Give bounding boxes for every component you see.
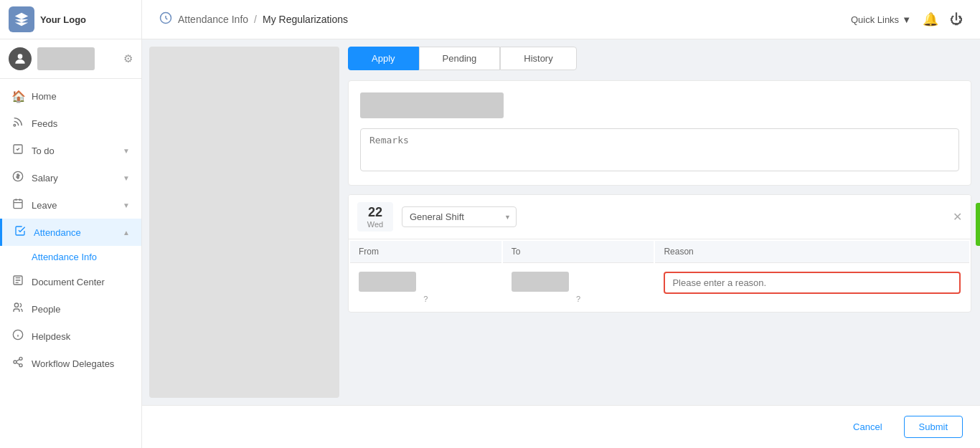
sidebar-item-document-center[interactable]: Document Center: [0, 268, 141, 295]
from-time-q: ?: [359, 295, 493, 303]
date-day: Wed: [367, 220, 383, 229]
main-content: Attendance Info / My Regularizations Qui…: [142, 0, 980, 448]
sidebar-nav: 🏠 Home Feeds To do ▼ Salary ▼: [0, 79, 141, 448]
right-panel: Apply Pending History 22 Wed: [339, 39, 980, 405]
tab-pending[interactable]: Pending: [419, 47, 501, 70]
salary-icon: [11, 171, 24, 185]
sidebar-item-label: To do: [32, 146, 123, 156]
sidebar-item-label: People: [32, 304, 130, 315]
footer: Cancel Submit: [142, 405, 980, 448]
chevron-down-icon: ▼: [123, 174, 130, 182]
breadcrumb-separator: /: [254, 14, 257, 25]
tabs: Apply Pending History: [348, 47, 971, 70]
col-from: From: [350, 241, 501, 263]
date-number: 22: [368, 205, 382, 220]
feeds-icon: [11, 116, 24, 130]
gear-icon[interactable]: ⚙: [123, 52, 133, 65]
sidebar-item-attendance[interactable]: Attendance ▲: [0, 219, 141, 246]
bell-icon[interactable]: 🔔: [923, 11, 938, 27]
leave-icon: [11, 198, 24, 212]
reason-cell: [655, 264, 969, 310]
date-box: 22 Wed: [357, 202, 393, 232]
topbar-right: Quick Links ▼ 🔔 ⏻: [851, 11, 963, 27]
user-area: ⚙: [0, 39, 141, 79]
svg-point-8: [19, 357, 22, 360]
sidebar-item-leave[interactable]: Leave ▼: [0, 191, 141, 219]
reason-input[interactable]: [664, 272, 961, 294]
sidebar-subitem-label: Attendance Info: [32, 252, 97, 262]
date-row-card: 22 Wed General Shift ✕ From To: [348, 194, 971, 313]
attendance-icon: [14, 225, 27, 239]
quick-links-label: Quick Links: [851, 14, 899, 25]
svg-point-10: [19, 364, 22, 367]
document-icon: [11, 275, 24, 289]
table-header-row: From To Reason: [350, 241, 969, 263]
sidebar-item-label: Helpdesk: [32, 331, 130, 342]
from-time-placeholder: [359, 272, 416, 292]
logo-area: Your Logo: [0, 0, 141, 39]
green-sidebar-bar: [976, 203, 980, 246]
breadcrumb-link[interactable]: Attendance Info: [178, 14, 248, 25]
people-icon: [11, 302, 24, 316]
sidebar-item-label: Attendance: [34, 227, 123, 238]
topbar: Attendance Info / My Regularizations Qui…: [142, 0, 980, 39]
user-photo: [37, 47, 95, 70]
form-card: [348, 80, 971, 186]
helpdesk-icon: [11, 329, 24, 343]
sidebar-item-feeds[interactable]: Feeds: [0, 110, 141, 137]
sidebar-item-workflow-delegates[interactable]: Workflow Delegates: [0, 350, 141, 377]
shift-select-wrapper: General Shift: [402, 206, 517, 227]
sidebar-item-salary[interactable]: Salary ▼: [0, 164, 141, 191]
breadcrumb-current: My Regularizations: [263, 14, 348, 25]
quick-links-button[interactable]: Quick Links ▼: [851, 14, 911, 25]
power-icon[interactable]: ⏻: [950, 12, 963, 27]
sidebar-item-label: Workflow Delegates: [32, 358, 130, 369]
form-top-placeholder: [360, 92, 504, 118]
svg-point-6: [14, 303, 18, 307]
tab-history[interactable]: History: [500, 47, 576, 70]
left-panel: [149, 47, 339, 398]
chevron-down-icon: ▼: [123, 201, 130, 209]
sidebar-item-todo[interactable]: To do ▼: [0, 137, 141, 164]
from-cell: ?: [350, 264, 501, 310]
col-reason: Reason: [655, 241, 969, 263]
chevron-down-icon: ▼: [123, 147, 130, 155]
date-row-table: From To Reason ?: [349, 239, 971, 312]
sidebar-item-label: Home: [32, 91, 130, 102]
to-cell: ?: [503, 264, 654, 310]
svg-point-0: [18, 54, 23, 59]
todo-icon: [11, 143, 24, 158]
chevron-down-icon: ▼: [902, 14, 911, 25]
close-row-button[interactable]: ✕: [953, 210, 962, 224]
content-area: Apply Pending History 22 Wed: [142, 39, 980, 405]
sidebar-item-people[interactable]: People: [0, 295, 141, 323]
svg-rect-4: [14, 200, 22, 209]
avatar: [9, 47, 32, 70]
sidebar-item-home[interactable]: 🏠 Home: [0, 83, 141, 110]
tab-apply[interactable]: Apply: [348, 47, 419, 70]
sidebar-item-helpdesk[interactable]: Helpdesk: [0, 323, 141, 350]
col-to: To: [503, 241, 654, 263]
home-icon: 🏠: [11, 90, 24, 103]
cancel-button[interactable]: Cancel: [840, 416, 895, 437]
sidebar-item-label: Feeds: [32, 118, 130, 129]
to-time-placeholder: [512, 272, 569, 292]
submit-button[interactable]: Submit: [904, 416, 963, 438]
workflow-icon: [11, 356, 24, 371]
to-time-q: ?: [512, 295, 646, 303]
logo-text: Your Logo: [40, 14, 86, 25]
date-row-header: 22 Wed General Shift ✕: [349, 195, 971, 239]
breadcrumb-icon: [159, 11, 172, 27]
logo-icon: [9, 6, 34, 32]
shift-select[interactable]: General Shift: [402, 206, 517, 227]
remarks-input[interactable]: [360, 128, 959, 171]
chevron-up-icon: ▲: [123, 229, 130, 237]
sidebar-item-label: Leave: [32, 200, 123, 211]
svg-point-1: [14, 124, 16, 126]
svg-point-9: [14, 361, 17, 363]
sidebar-item-label: Document Center: [32, 277, 130, 287]
table-row: ? ?: [350, 264, 969, 310]
sidebar-subitem-attendance-info[interactable]: Attendance Info: [0, 246, 141, 268]
sidebar-item-label: Salary: [32, 173, 123, 184]
sidebar: Your Logo ⚙ 🏠 Home Feeds To do ▼: [0, 0, 142, 448]
